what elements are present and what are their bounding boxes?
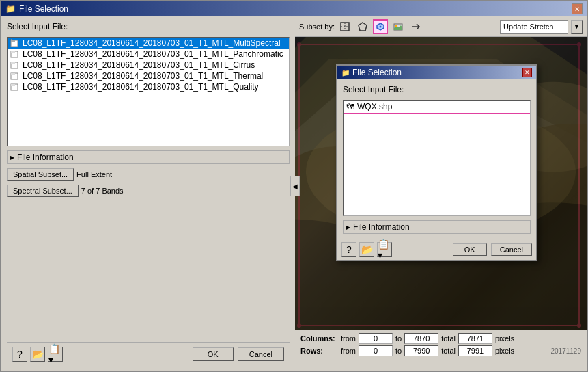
col-total-input[interactable] xyxy=(458,333,492,344)
rows-info-row: Rows: from to total pixels 20171129 xyxy=(300,345,581,356)
left-bottom-bar: ? 📂 📋▾ OK Cancel xyxy=(7,342,290,365)
outer-window: 📁 File Selection ✕ Select Input File: LC… xyxy=(0,0,588,372)
subset-image-icon-btn[interactable] xyxy=(391,19,406,34)
inner-content: Select Input File: 🗺 WQX.shp ▶ File In xyxy=(337,79,536,239)
list-item[interactable]: LC08_L1TF_128034_20180614_20180703_01_T1… xyxy=(8,38,289,49)
open-folder-button[interactable]: 📂 xyxy=(30,347,45,362)
inner-select-label: Select Input File: xyxy=(343,85,531,94)
inner-file-selection-dialog: 📁 File Selection ✕ Select Input File: 🗺 … xyxy=(336,64,537,261)
row-from-label: from xyxy=(341,347,356,355)
file-list[interactable]: LC08_L1TF_128034_20180614_20180703_01_T1… xyxy=(7,37,290,146)
svg-point-18 xyxy=(395,25,397,27)
window-title: File Selection xyxy=(19,4,68,14)
row-from-input[interactable] xyxy=(359,345,393,356)
inner-bottom-right-buttons: OK Cancel xyxy=(453,243,532,256)
help-button[interactable]: ? xyxy=(12,347,27,362)
spectral-subset-value: 7 of 7 Bands xyxy=(81,187,124,195)
spatial-subset-row: Spatial Subset... Full Extent xyxy=(7,168,290,181)
subset-rect-icon-btn[interactable] xyxy=(337,19,352,34)
inner-file-information-label: File Information xyxy=(353,222,410,232)
file-information-section: ▶ File Information xyxy=(7,150,290,164)
image-info-bar: Columns: from to total pixels Rows: from… xyxy=(295,330,587,371)
inner-cancel-button[interactable]: Cancel xyxy=(491,243,532,256)
inner-collapse-arrow-icon: ▶ xyxy=(346,224,350,230)
right-panel: Subset by: xyxy=(295,16,587,371)
cancel-button[interactable]: Cancel xyxy=(238,347,284,361)
inner-window-icon: 📁 xyxy=(341,69,350,77)
inner-title-bar: 📁 File Selection ✕ xyxy=(337,66,536,79)
file-information-header[interactable]: ▶ File Information xyxy=(8,151,289,163)
file-icon xyxy=(10,39,20,47)
inner-ok-button[interactable]: OK xyxy=(453,243,487,256)
inner-close-button[interactable]: ✕ xyxy=(522,68,532,77)
inner-window-title: File Selection xyxy=(352,68,402,77)
file-name: LC08_L1TF_128034_20180614_20180703_01_T1… xyxy=(23,82,259,92)
rows-label: Rows: xyxy=(300,347,338,355)
col-from-input[interactable] xyxy=(359,333,393,344)
stretch-dropdown-arrow[interactable]: ▼ xyxy=(571,20,583,34)
list-item[interactable]: LC08_L1TF_128034_20180614_20180703_01_T1… xyxy=(8,81,289,92)
ok-button[interactable]: OK xyxy=(193,347,234,361)
col-total-label: total xyxy=(441,334,456,343)
columns-info-row: Columns: from to total pixels xyxy=(300,333,581,344)
inner-options-button[interactable]: 📋▾ xyxy=(377,242,392,257)
inner-list-item[interactable]: 🗺 WQX.shp xyxy=(344,101,530,113)
col-from-label: from xyxy=(341,334,356,343)
col-to-label: to xyxy=(395,334,402,343)
stretch-select-group: Update Stretch ▼ xyxy=(500,20,583,34)
row-pixels-label: pixels xyxy=(495,347,514,355)
list-item[interactable]: LC08_L1TF_128034_20180614_20180703_01_T1… xyxy=(8,59,289,70)
row-to-input[interactable] xyxy=(404,345,438,356)
spectral-subset-row: Spectral Subset... 7 of 7 Bands xyxy=(7,185,290,197)
spatial-subset-button[interactable]: Spatial Subset... xyxy=(7,168,74,181)
options-button[interactable]: 📋▾ xyxy=(48,347,63,362)
subset-extra-icon-btn[interactable] xyxy=(408,19,423,34)
bottom-left-icons: ? 📂 📋▾ xyxy=(12,347,63,362)
left-panel: Select Input File: LC08_L1TF_128034_2018… xyxy=(1,16,295,371)
file-icon xyxy=(10,72,20,80)
row-total-input[interactable] xyxy=(458,345,492,356)
inner-open-button[interactable]: 📂 xyxy=(359,242,374,257)
svg-point-16 xyxy=(379,25,381,27)
row-to-label: to xyxy=(395,347,402,355)
subset-by-label: Subset by: xyxy=(299,23,335,31)
panel-collapse-toggle[interactable]: ◀ xyxy=(290,176,300,196)
subset-shapefile-icon-btn[interactable] xyxy=(373,19,388,34)
stretch-dropdown[interactable]: Update Stretch xyxy=(500,20,568,34)
col-to-input[interactable] xyxy=(404,333,438,344)
spatial-subset-value: Full Extent xyxy=(76,170,112,178)
inner-file-icon: 🗺 xyxy=(346,102,354,111)
close-button[interactable]: ✕ xyxy=(572,3,583,14)
list-item[interactable]: LC08_L1TF_128034_20180614_20180703_01_T1… xyxy=(8,70,289,81)
file-information-label: File Information xyxy=(17,152,74,162)
svg-rect-6 xyxy=(11,62,15,64)
inner-file-information-header[interactable]: ▶ File Information xyxy=(344,221,530,233)
file-icon xyxy=(10,83,20,91)
svg-marker-14 xyxy=(359,23,367,31)
file-name: LC08_L1TF_128034_20180614_20180703_01_T1… xyxy=(23,38,281,48)
collapse-arrow-icon: ▶ xyxy=(10,155,14,161)
inner-bottom-left-icons: ? 📂 📋▾ xyxy=(341,242,392,257)
window-icon: 📁 xyxy=(5,4,16,14)
satellite-image-area: 📁 File Selection ✕ Select Input File: 🗺 … xyxy=(295,37,587,330)
row-total-label: total xyxy=(441,347,456,355)
svg-rect-8 xyxy=(11,73,15,75)
file-name: LC08_L1TF_128034_20180614_20180703_01_T1… xyxy=(23,71,263,81)
spectral-subset-button[interactable]: Spectral Subset... xyxy=(7,185,79,197)
inner-file-list[interactable]: 🗺 WQX.shp xyxy=(343,100,531,216)
svg-rect-10 xyxy=(11,84,15,86)
inner-help-button[interactable]: ? xyxy=(341,242,356,257)
list-item[interactable]: LC08_L1TF_128034_20180614_20180703_01_T1… xyxy=(8,49,289,59)
file-icon xyxy=(10,61,20,69)
outer-title-bar: 📁 File Selection ✕ xyxy=(1,1,587,16)
inner-bottom-bar: ? 📂 📋▾ OK Cancel xyxy=(337,239,536,260)
col-pixels-label: pixels xyxy=(495,334,514,343)
inner-file-name: WQX.shp xyxy=(357,102,392,111)
file-name: LC08_L1TF_128034_20180614_20180703_01_T1… xyxy=(23,60,255,70)
subset-polygon-icon-btn[interactable] xyxy=(355,19,370,34)
select-input-label: Select Input File: xyxy=(7,22,290,31)
right-toolbar: Subset by: xyxy=(295,16,587,37)
version-text: 20171129 xyxy=(551,347,582,355)
inner-file-information-section: ▶ File Information xyxy=(343,220,531,234)
columns-label: Columns: xyxy=(300,334,338,343)
